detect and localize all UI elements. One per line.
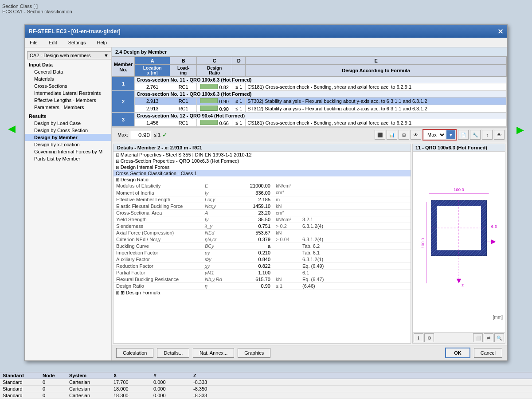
sidebar-item-governing-forces[interactable]: Governing Internal Forces by M	[25, 148, 111, 155]
cs-title: 11 - QRO 100x6.3 (Hot Formed)	[413, 144, 505, 152]
leq1-label: ≤ 1	[154, 132, 160, 137]
close-button[interactable]: ✕	[497, 27, 503, 36]
cs-label-2: Cross-section No. 11 - QRO 100x6.3 (Hot …	[135, 91, 507, 98]
prop-row-inertia: Moment of Inertia Iy 336.00 cm⁴	[113, 189, 411, 196]
cs-zoom-btn[interactable]: 🔍	[494, 333, 504, 342]
z-axis-label: z	[462, 283, 464, 287]
member-1-no: 1	[112, 77, 135, 91]
dim-width: 100.0	[454, 188, 464, 192]
menu-file[interactable]: File	[27, 39, 40, 46]
main-panel: 2.4 Design by Member MemberNo. A B C D	[112, 47, 507, 360]
sidebar-item-cross-section[interactable]: Design by Cross-Section	[25, 127, 111, 134]
col-b-header: B	[170, 57, 197, 65]
button-bar: Calculation Details... Nat. Annex... Gra…	[112, 345, 507, 360]
details-button[interactable]: Details...	[157, 348, 189, 358]
load-3: RC1	[170, 119, 197, 127]
toolbar-btn-1[interactable]: ⬛	[375, 130, 385, 140]
ratio-cell-3: 0.66	[197, 119, 232, 127]
tree-design-formula[interactable]: ⊞ Design Formula	[113, 289, 411, 296]
bg-col-node: Node	[40, 372, 66, 379]
filter-active-btn[interactable]: ▼	[446, 130, 455, 139]
cancel-button[interactable]: Cancel	[474, 348, 502, 358]
col-ratio-subheader: DesignRatio	[197, 65, 232, 77]
ratio-cell-2b: 0.90	[197, 105, 232, 113]
ratio-cell-1: 0.82	[197, 83, 232, 91]
col-loading-subheader: Load-ing	[170, 65, 197, 77]
max-value-input[interactable]	[130, 131, 152, 139]
tree-cross-section[interactable]: Cross-Section Properties - QRO 100x6.3 (…	[113, 158, 411, 164]
prop-row-criterion: Criterion NEd / Ncr,y ηN,cr 0.379 > 0.04…	[113, 236, 411, 243]
data-row-2a[interactable]: 2.913 RC1 0.90 ≤ 1 ST302) Stability anal…	[112, 98, 507, 105]
menu-settings[interactable]: Settings	[66, 39, 88, 46]
loc-2b: 2.913	[135, 105, 170, 113]
sidebar-item-cross-sections[interactable]: Cross-Sections	[25, 82, 111, 90]
prop-row-partial: Partial Factor γM1 1.100 6.1	[113, 270, 411, 276]
cs-info-btn[interactable]: ℹ	[414, 333, 423, 342]
section-class-label: Section Class [-] EC3 CA1 - Section clas…	[2, 4, 72, 14]
tree-design-ratio[interactable]: Design Ratio	[113, 176, 411, 183]
prop-row-area: Cross-Sectional Area A 23.20 cm²	[113, 210, 411, 216]
prop-row-design-ratio: Design Ratio η 0.90 ≤ 1 (6.46)	[113, 283, 411, 289]
sidebar-item-materials[interactable]: Materials	[25, 75, 111, 82]
toolbar-btn-8[interactable]: 👁	[494, 130, 505, 140]
toolbar-btn-5[interactable]: 📄	[458, 130, 469, 140]
col-location-subheader: Locationx [m]	[135, 65, 170, 77]
member-3-no: 3	[112, 113, 135, 127]
cross-section-row-3: 3 Cross-section No. 12 - QRO 90x4 (Hot F…	[112, 113, 507, 119]
ratio-val-2a: 0.90	[219, 99, 229, 104]
prop-name-elasticity: Modulus of Elasticity	[113, 183, 202, 189]
cs-export-btn[interactable]: ⬜	[473, 333, 483, 342]
toolbar-btn-6[interactable]: 🔧	[470, 130, 481, 140]
calculation-button[interactable]: Calculation	[116, 348, 153, 358]
data-row-2b[interactable]: 2.913 RC1 0.90 ≤ 1 ST312) Stability anal…	[112, 105, 507, 113]
menu-help[interactable]: Help	[94, 39, 109, 46]
prop-ref-elasticity	[300, 183, 411, 189]
section-header: 2.4 Design by Member	[112, 47, 507, 57]
cross-section-row-1: 1 Cross-section No. 11 - QRO 100x6.3 (Ho…	[112, 77, 507, 83]
tree-material[interactable]: Material Properties - Steel S 355 | DIN …	[113, 152, 411, 158]
max-select[interactable]: Max Min All	[424, 130, 446, 139]
tree-internal-forces[interactable]: Design Internal Forces	[113, 164, 411, 170]
ok-button[interactable]: OK	[445, 348, 470, 358]
sidebar-item-effective-lengths[interactable]: Effective Lengths - Members	[25, 97, 111, 104]
nat-annex-button[interactable]: Nat. Annex...	[193, 348, 234, 358]
z-arrow	[457, 279, 461, 283]
prop-sym-elasticity: E	[202, 183, 238, 189]
formula-2b: ST312) Stability analysis - Flexural buc…	[246, 105, 507, 113]
leq-1: ≤ 1	[232, 83, 246, 91]
prop-row-flexural-res: Flexural Buckling Resistance Nb,y,Rd 615…	[113, 276, 411, 283]
cs-canvas: 100.0 y z	[413, 152, 505, 332]
toolbar-btn-3[interactable]: ⊞	[399, 130, 409, 140]
toolbar-btn-2[interactable]: 📊	[387, 130, 397, 140]
sidebar-item-member[interactable]: Design by Member	[25, 134, 111, 141]
prop-row-auxiliary: Auxiliary Factor Φy 0.840 6.3.1.2(1)	[113, 256, 411, 263]
data-row-3[interactable]: 1.456 RC1 0.66 ≤ 1 CS181) Cross-section …	[112, 119, 507, 127]
sidebar-item-general[interactable]: General Data	[25, 68, 111, 75]
prop-unit-elasticity: kN/cm²	[273, 183, 300, 189]
sidebar-item-parts-list[interactable]: Parts List by Member	[25, 155, 111, 162]
sidebar-item-load-case[interactable]: Design by Load Case	[25, 120, 111, 127]
cs-settings-btn[interactable]: ⚙	[424, 333, 434, 342]
toolbar-btn-7[interactable]: ↕	[482, 130, 493, 140]
bg-table-row: Standard 0 Cartesian 18.000 0.000 -8.350	[0, 386, 532, 392]
prop-row-buckling-force: Elastic Flexural Buckling Force Ncr,y 14…	[113, 203, 411, 210]
left-arrow-icon: ▶	[8, 124, 16, 136]
load-1: RC1	[170, 83, 197, 91]
title-bar: RF-STEEL EC3 - [01-en-truss-girder] ✕	[25, 25, 507, 38]
col-d-header: D	[232, 57, 246, 65]
graphics-button[interactable]: Graphics	[238, 348, 270, 358]
sidebar-item-parameters[interactable]: Parameters - Members	[25, 104, 111, 111]
bg-col-sys: System	[66, 372, 111, 379]
tree-classification[interactable]: Cross-Section Classification - Class 1	[113, 170, 411, 176]
menu-edit[interactable]: Edit	[47, 39, 59, 46]
sidebar-item-lateral-restraints[interactable]: Intermediate Lateral Restraints	[25, 90, 111, 97]
sidebar-results-section: Results	[25, 113, 111, 120]
cs-flip-btn[interactable]: ⇄	[484, 333, 493, 342]
check-icon: ✓	[162, 131, 168, 138]
toolbar-btn-4[interactable]: 👁	[411, 130, 421, 140]
member-dropdown[interactable]: CA2 - Design web members ▼	[27, 51, 111, 59]
data-row-1[interactable]: 2.761 RC1 0.82 ≤ 1 CS181) Cross-section …	[112, 83, 507, 91]
sidebar-item-x-location[interactable]: Design by x-Location	[25, 141, 111, 148]
cross-section-panel: 11 - QRO 100x6.3 (Hot Formed) 100.0 y	[412, 144, 505, 344]
bg-col-x: X	[111, 372, 151, 379]
